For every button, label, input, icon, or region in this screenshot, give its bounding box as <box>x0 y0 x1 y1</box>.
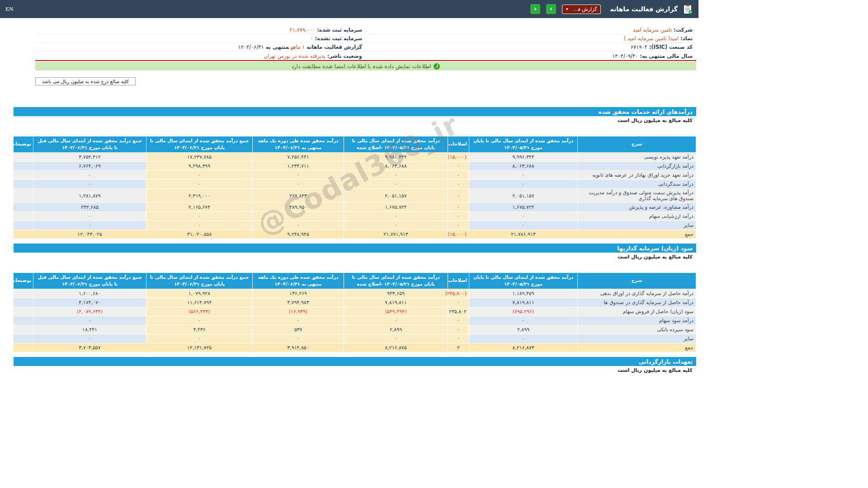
value-cell: ۰ <box>469 212 578 221</box>
chevron-down-icon: ▾ <box>566 7 568 11</box>
language-toggle[interactable]: EN <box>5 5 13 13</box>
value-cell: ۳,۷۰۳,۵۵۷ <box>33 343 146 352</box>
value-cell: ۰ <box>253 316 344 325</box>
column-header: درآمد محقق شده از ابتدای سال مالی تا پای… <box>344 136 448 153</box>
info-value: ۶۷۱۹۰۲ <box>631 44 647 50</box>
company-info-panel: شرکت:تامین سرمایه امیدسرمایه ثبت شده:۲۱,… <box>35 26 696 61</box>
page-title: گزارش فعالیت ماهانه <box>610 5 678 13</box>
row-label: درآمد حاصل از سرمایه گذاری در صندوق ها <box>578 298 696 307</box>
company-info-section: شرکت:تامین سرمایه امیدسرمایه ثبت شده:۲۱,… <box>35 26 696 85</box>
units-note: کلیه مبالغ به میلیون ریال است <box>14 116 696 124</box>
data-table: شرحدرآمد محقق شده از ابتدای سال مالی تا … <box>13 272 696 352</box>
info-value[interactable]: پذیرفته شده در بورس تهران <box>264 53 326 59</box>
table-total-row: جمع۲۱,۷۸۶,۹۱۳(۱۵,۰۰۰)۲۱,۷۷۱,۹۱۳۹,۲۴۸,۹۴۵… <box>14 230 696 239</box>
value-cell: (۵۶۶,۴۳۳) <box>146 307 253 316</box>
value-cell: ۰ <box>146 171 253 180</box>
column-header: درآمد محقق شده از ابتدای سال مالی تا پای… <box>344 273 448 289</box>
value-cell: ۸,۰۶۳,۶۸۸ <box>344 162 448 171</box>
value-cell: ۰ <box>146 212 253 221</box>
value-cell: ۲۱,۷۸۶,۹۱۳ <box>469 230 578 239</box>
value-cell: ۰ <box>146 221 253 230</box>
next-report-button[interactable]: › <box>546 4 556 14</box>
column-header: اصلاحات <box>448 273 469 289</box>
row-label: درآمد بازارگردانی <box>578 162 696 171</box>
column-header: جمع درآمد محقق شده از ابتدای سال مالی قب… <box>33 136 146 153</box>
value-cell: ۰ <box>469 316 578 325</box>
notes-cell <box>14 221 33 230</box>
table-row: سایر۰۰۰۰۰۰ <box>14 221 696 230</box>
table-row: درآمد تعهد خرید اوراق بهادار در عرضه های… <box>14 171 696 180</box>
value-cell: ۲,۰۵۱,۱۵۷ <box>469 189 578 203</box>
value-cell: ۰ <box>448 325 469 334</box>
info-value[interactable]: امید( تامین سرمایه امید ) <box>624 35 679 42</box>
value-cell: ۰ <box>146 180 253 189</box>
value-cell: ۱,۶۰۰,۶۸۰ <box>33 289 146 298</box>
report-type-dropdown[interactable]: گزارش فعالیت ماهانه ▾ <box>562 5 601 14</box>
value-cell: ۰ <box>33 334 146 343</box>
report-icon <box>682 4 693 14</box>
value-cell: ۰ <box>448 189 469 203</box>
value-cell: ۳,۴۳۶ <box>146 325 253 334</box>
row-label: جمع <box>578 343 696 352</box>
value-cell: ۱۲,۱۳۱,۷۲۵ <box>146 343 253 352</box>
value-cell: ۳,۹۱۴,۸۵۰ <box>253 343 344 352</box>
notes-cell <box>14 325 33 334</box>
row-label: درآمد تعهد پذیره نویسی <box>578 153 696 162</box>
value-cell: ۱,۰۷۹,۹۲۸ <box>146 289 253 298</box>
info-label: شرکت: <box>674 27 693 33</box>
table-row: درآمد سود سهام۰۰۰۰۰۰ <box>14 316 696 325</box>
table-row: درآمد بازارگردانی۸,۰۶۳,۶۸۸۰۸,۰۶۳,۶۸۸۱,۲۳… <box>14 162 696 171</box>
row-label: سود (زیان) حاصل از فروش سهام <box>578 307 696 316</box>
value-cell: (۲۴۵,۸۰۰) <box>448 289 469 298</box>
value-cell: ۰ <box>448 316 469 325</box>
value-cell: ۲,۸۹۹ <box>469 325 578 334</box>
table-row: درآمد مشاوره، عرضه و پذیرش۱,۶۷۵,۷۲۴۰۱,۶۷… <box>14 203 696 212</box>
notes-cell <box>14 153 33 162</box>
value-cell: ۷,۸۱۹,۸۱۱ <box>469 298 578 307</box>
column-header: توضیحات <box>14 273 33 289</box>
value-cell: ۲,۳۱۹,۰۰۰ <box>146 189 253 203</box>
column-header: جمع درآمد محقق شده از ابتدای سال مالی تا… <box>146 136 253 153</box>
info-value: ۱۴۰۴/۰۹/۳۰ <box>612 53 638 59</box>
value-cell: ۱۳۶,۲۶۹ <box>253 289 344 298</box>
section-title-bar: درآمدهای ارائه خدمات محقق شده <box>14 107 696 116</box>
table-row: درآمد سبدگردانی۰۰۰۰۰۰ <box>14 180 696 189</box>
info-value[interactable]: تامین سرمایه امید <box>633 27 672 33</box>
report-section: سود (زیان) سرمایه گذاریهاکلیه مبالغ به م… <box>14 244 696 352</box>
table-row: سایر۰۰۰۰۰۰ <box>14 334 696 343</box>
value-cell: ۹,۲۴۸,۹۴۵ <box>253 230 344 239</box>
row-label: درآمد سبدگردانی <box>578 180 696 189</box>
value-cell: ۰ <box>448 334 469 343</box>
value-cell: ۷,۲۵۶,۴۴۱ <box>253 153 344 162</box>
table-row: سود (زیان) حاصل از فروش سهام(۷۹۵,۲۹۶)۲۴۵… <box>14 307 696 316</box>
info-value: ۰ <box>310 35 313 42</box>
info-value[interactable]: ۲۱,۷۷۹,۰۰۰ <box>290 27 316 33</box>
row-label: درآمد سود سهام <box>578 316 696 325</box>
value-cell: ۱۲,۰۴۳,۰۲۵ <box>33 230 146 239</box>
row-label: سود سپرده بانکی <box>578 325 696 334</box>
data-table: شرحدرآمد محقق شده از ابتدای سال مالی تا … <box>13 136 696 239</box>
info-label: گزارش فعالیت ماهانه <box>307 44 362 50</box>
value-cell: (۱۵,۰۰۰) <box>448 153 469 162</box>
column-header: درآمد محقق شده از ابتدای سال مالی تا پای… <box>469 273 578 289</box>
row-label: درآمد حاصل از سرمایه گذاری در اوراق بدهی <box>578 289 696 298</box>
column-header: شرح <box>578 273 696 289</box>
table-header-row: شرحدرآمد محقق شده از ابتدای سال مالی تا … <box>14 273 696 289</box>
value-cell: ۰ <box>448 171 469 180</box>
value-cell: ۰ <box>253 171 344 180</box>
info-value[interactable]: ۱ ماهه <box>291 44 305 50</box>
value-cell: ۰ <box>344 212 448 221</box>
info-label: وضعیت ناشر: <box>327 53 362 59</box>
info-label: منتهی به <box>266 44 289 50</box>
value-cell: ۰ <box>448 221 469 230</box>
value-cell: ۲,۸۹۹ <box>344 325 448 334</box>
notes-cell <box>14 289 33 298</box>
value-cell: ۰ <box>253 180 344 189</box>
column-header: جمع درآمد محقق شده از ابتدای سال مالی قب… <box>33 273 146 289</box>
prev-report-button[interactable]: ‹ <box>530 4 540 14</box>
table-row: درآمد ارزشیابی سهام۰۰۰۰۰۰ <box>14 212 696 221</box>
value-cell: ۸,۲۱۶,۸۷۳ <box>469 343 578 352</box>
column-header: درآمد محقق شده از ابتدای سال مالی تا پای… <box>469 136 578 153</box>
value-cell: ۹,۹۸۱,۳۴۴ <box>344 153 448 162</box>
company-info-item: سرمایه ثبت شده:۲۱,۷۷۹,۰۰۰ <box>35 26 366 33</box>
